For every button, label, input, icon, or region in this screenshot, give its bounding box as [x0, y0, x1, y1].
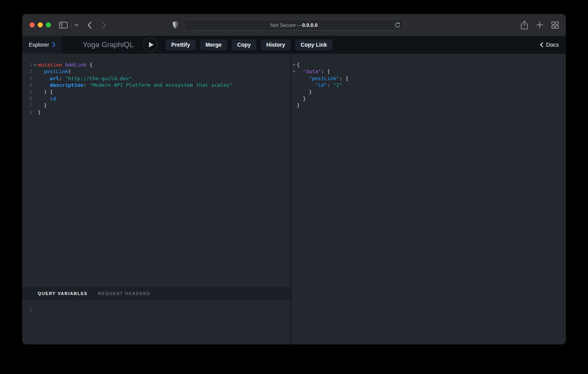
code-token: : — [83, 82, 89, 88]
line-number: 1 — [22, 61, 32, 68]
code-text: "id": "2" — [297, 82, 342, 88]
code-line: "postLink": { — [291, 75, 566, 82]
sidebar-menu-chevron-down-icon[interactable] — [74, 24, 79, 26]
browser-titlebar: Not Secure — 0.0.0.0 — [22, 14, 566, 36]
code-token — [297, 68, 303, 74]
sidebar-toggle-icon[interactable] — [59, 22, 68, 28]
share-icon[interactable] — [521, 21, 528, 30]
close-window-button[interactable] — [30, 23, 35, 28]
code-line: "data": { — [291, 68, 566, 75]
code-line: } — [291, 102, 566, 109]
response-viewer: { "data": { "postLink": { "id": "2" } }} — [291, 54, 566, 344]
code-text: ) { — [38, 89, 53, 95]
code-token: mutation — [38, 62, 62, 68]
fold-spacer — [291, 89, 297, 95]
explorer-label: Explorer — [29, 42, 49, 48]
code-text: mutation AddLink { — [38, 61, 93, 68]
merge-button[interactable]: Merge — [200, 39, 227, 50]
code-token: { — [297, 62, 300, 68]
code-token: "2" — [333, 82, 342, 88]
back-button-icon[interactable] — [87, 21, 92, 29]
code-token: } — [297, 96, 306, 102]
window-controls — [30, 23, 51, 28]
line-number: 8 — [22, 109, 32, 116]
code-token — [38, 82, 50, 88]
code-text: "data": { — [297, 68, 330, 75]
chevron-right-icon — [52, 42, 56, 47]
tab-request-headers[interactable]: REQUEST HEADERS — [98, 291, 150, 296]
divider — [71, 22, 72, 28]
code-token: : { — [340, 76, 348, 81]
code-token: : — [327, 82, 333, 88]
code-line: 4 description: "Modern API Platform and … — [22, 82, 290, 88]
address-bar[interactable]: Not Secure — 0.0.0.0 — [184, 19, 404, 31]
fold-spacer — [32, 102, 38, 109]
code-line: 2 postLink( — [22, 68, 290, 75]
code-token: ( — [68, 68, 71, 74]
variables-editor[interactable]: 1 — [22, 299, 290, 344]
copy-button[interactable]: Copy — [232, 39, 256, 50]
graphiql-toolbar: Explorer Yoga GraphiQL Prettify Merge Co… — [22, 36, 566, 54]
code-token — [38, 68, 44, 74]
chrome-right-controls — [521, 14, 559, 36]
fold-arrow-icon[interactable] — [291, 68, 297, 75]
fold-spacer — [32, 75, 38, 82]
code-line: { — [291, 61, 566, 68]
toolbar-buttons: Prettify Merge Copy History Copy Link — [166, 39, 332, 50]
code-text: { — [297, 61, 300, 68]
chevron-left-icon — [540, 42, 543, 47]
code-token: ) { — [38, 89, 53, 95]
fold-spacer — [32, 109, 38, 116]
code-token: "postLink" — [309, 76, 339, 81]
code-text: } — [38, 102, 47, 109]
reload-icon[interactable] — [395, 22, 401, 28]
code-line: 3 url: "http://the-guild.dev" — [22, 75, 290, 82]
code-token: "http://the-guild.dev" — [65, 76, 132, 81]
code-token — [38, 76, 50, 81]
fold-spacer — [291, 82, 297, 88]
fold-arrow-icon[interactable] — [32, 61, 38, 68]
explorer-toggle[interactable]: Explorer — [22, 36, 63, 54]
main-area: 1mutation AddLink {2 postLink(3 url: "ht… — [22, 54, 566, 344]
execute-query-button[interactable] — [144, 38, 158, 52]
code-token: } — [38, 109, 41, 115]
line-number: 7 — [22, 102, 32, 109]
code-token: "Modern API Platform and ecosystem that … — [89, 82, 233, 88]
code-line: 8} — [22, 109, 290, 116]
fold-spacer — [32, 95, 38, 102]
query-editor[interactable]: 1mutation AddLink {2 postLink(3 url: "ht… — [22, 54, 290, 287]
fold-spacer — [291, 75, 297, 82]
code-token: "data" — [303, 68, 321, 74]
play-icon — [149, 42, 154, 47]
prettify-button[interactable]: Prettify — [166, 39, 195, 50]
chrome-left-controls — [59, 14, 107, 36]
new-tab-plus-icon[interactable] — [536, 21, 543, 28]
fold-arrow-icon[interactable] — [291, 61, 297, 68]
docs-toggle[interactable]: Docs — [540, 42, 559, 48]
minimize-window-button[interactable] — [38, 23, 43, 28]
code-text: } — [297, 89, 312, 95]
line-number: 4 — [22, 82, 32, 88]
line-number: 6 — [22, 95, 32, 102]
forward-button-icon[interactable] — [102, 21, 107, 29]
copy-link-button[interactable]: Copy Link — [295, 39, 332, 50]
privacy-shield-icon[interactable] — [172, 21, 178, 29]
code-text: description: "Modern API Platform and ec… — [38, 82, 233, 88]
history-button[interactable]: History — [261, 39, 290, 50]
left-pane: 1mutation AddLink {2 postLink(3 url: "ht… — [22, 54, 291, 344]
code-line: 1 — [22, 307, 290, 314]
fold-spacer — [32, 68, 38, 75]
code-line: 7 } — [22, 102, 290, 109]
code-token: description — [50, 82, 83, 88]
docs-label: Docs — [546, 42, 559, 48]
fold-spacer — [291, 102, 297, 109]
code-text: } — [38, 109, 41, 116]
tab-overview-grid-icon[interactable] — [551, 21, 559, 29]
app-title: Yoga GraphiQL — [83, 40, 133, 49]
zoom-window-button[interactable] — [46, 23, 51, 28]
tab-query-variables[interactable]: QUERY VARIABLES — [38, 291, 88, 296]
code-text: "postLink": { — [297, 75, 348, 82]
variables-tabbar: QUERY VARIABLES REQUEST HEADERS — [22, 287, 290, 299]
code-token: { — [86, 62, 93, 68]
line-number: 3 — [22, 75, 32, 82]
